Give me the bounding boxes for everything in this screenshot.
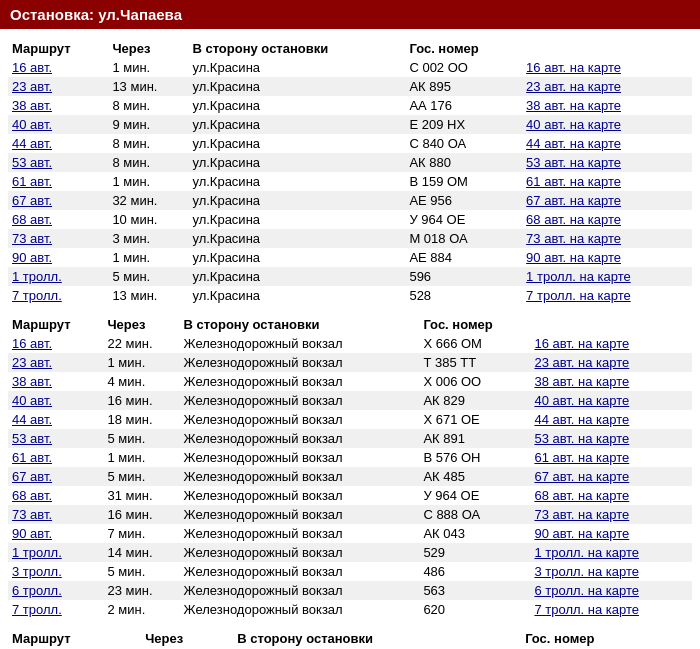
route-cell[interactable]: 90 авт. xyxy=(8,524,103,543)
map-cell[interactable]: 6 тролл. на карте xyxy=(530,581,692,600)
route-link[interactable]: 16 авт. xyxy=(12,60,52,75)
route-link[interactable]: 38 авт. xyxy=(12,374,52,389)
map-link[interactable]: 1 тролл. на карте xyxy=(534,545,639,560)
route-link[interactable]: 68 авт. xyxy=(12,488,52,503)
map-link[interactable]: 61 авт. на карте xyxy=(534,450,629,465)
route-cell[interactable]: 44 авт. xyxy=(8,410,103,429)
route-cell[interactable]: 1 тролл. xyxy=(8,267,108,286)
map-cell[interactable]: 90 авт. на карте xyxy=(530,524,692,543)
route-link[interactable]: 67 авт. xyxy=(12,469,52,484)
route-cell[interactable]: 68 авт. xyxy=(8,486,103,505)
route-cell[interactable]: 73 авт. xyxy=(8,229,108,248)
route-link[interactable]: 61 авт. xyxy=(12,174,52,189)
map-cell[interactable]: 68 авт. на карте xyxy=(530,486,692,505)
route-cell[interactable]: 38 авт. xyxy=(8,372,103,391)
map-cell[interactable]: 73 авт. на карте xyxy=(522,229,692,248)
map-cell[interactable]: 61 авт. на карте xyxy=(530,448,692,467)
route-cell[interactable]: 6 тролл. xyxy=(8,581,103,600)
map-cell[interactable]: 61 авт. на карте xyxy=(522,172,692,191)
route-link[interactable]: 23 авт. xyxy=(12,355,52,370)
map-cell[interactable]: 40 авт. на карте xyxy=(522,115,692,134)
map-link[interactable]: 23 авт. на карте xyxy=(526,79,621,94)
route-cell[interactable]: 7 тролл. xyxy=(8,286,108,305)
route-link[interactable]: 90 авт. xyxy=(12,526,52,541)
route-cell[interactable]: 40 авт. xyxy=(8,391,103,410)
route-link[interactable]: 44 авт. xyxy=(12,136,52,151)
map-cell[interactable]: 53 авт. на карте xyxy=(530,429,692,448)
map-link[interactable]: 61 авт. на карте xyxy=(526,174,621,189)
route-cell[interactable]: 16 авт. xyxy=(8,334,103,353)
map-link[interactable]: 16 авт. на карте xyxy=(526,60,621,75)
route-cell[interactable]: 3 тролл. xyxy=(8,562,103,581)
route-cell[interactable]: 7 тролл. xyxy=(8,600,103,619)
route-link[interactable]: 40 авт. xyxy=(12,117,52,132)
route-cell[interactable]: 73 авт. xyxy=(8,505,103,524)
map-link[interactable]: 16 авт. на карте xyxy=(534,336,629,351)
route-link[interactable]: 7 тролл. xyxy=(12,288,62,303)
map-cell[interactable]: 3 тролл. на карте xyxy=(530,562,692,581)
map-link[interactable]: 73 авт. на карте xyxy=(534,507,629,522)
map-link[interactable]: 53 авт. на карте xyxy=(526,155,621,170)
map-link[interactable]: 67 авт. на карте xyxy=(526,193,621,208)
route-link[interactable]: 61 авт. xyxy=(12,450,52,465)
map-link[interactable]: 38 авт. на карте xyxy=(534,374,629,389)
route-link[interactable]: 23 авт. xyxy=(12,79,52,94)
map-cell[interactable]: 38 авт. на карте xyxy=(522,96,692,115)
route-link[interactable]: 73 авт. xyxy=(12,231,52,246)
map-cell[interactable]: 53 авт. на карте xyxy=(522,153,692,172)
map-cell[interactable]: 7 тролл. на карте xyxy=(522,286,692,305)
map-cell[interactable]: 16 авт. на карте xyxy=(530,334,692,353)
route-link[interactable]: 68 авт. xyxy=(12,212,52,227)
map-cell[interactable]: 16 авт. на карте xyxy=(522,58,692,77)
map-link[interactable]: 23 авт. на карте xyxy=(534,355,629,370)
route-link[interactable]: 67 авт. xyxy=(12,193,52,208)
map-link[interactable]: 90 авт. на карте xyxy=(534,526,629,541)
route-cell[interactable]: 68 авт. xyxy=(8,210,108,229)
route-cell[interactable]: 40 авт. xyxy=(8,115,108,134)
map-link[interactable]: 7 тролл. на карте xyxy=(534,602,639,617)
route-link[interactable]: 16 авт. xyxy=(12,336,52,351)
route-link[interactable]: 73 авт. xyxy=(12,507,52,522)
route-link[interactable]: 44 авт. xyxy=(12,412,52,427)
map-cell[interactable]: 44 авт. на карте xyxy=(522,134,692,153)
route-link[interactable]: 38 авт. xyxy=(12,98,52,113)
route-cell[interactable]: 53 авт. xyxy=(8,429,103,448)
route-link[interactable]: 7 тролл. xyxy=(12,602,62,617)
route-cell[interactable]: 53 авт. xyxy=(8,153,108,172)
map-link[interactable]: 38 авт. на карте xyxy=(526,98,621,113)
route-cell[interactable]: 1 тролл. xyxy=(8,543,103,562)
route-cell[interactable]: 61 авт. xyxy=(8,172,108,191)
map-cell[interactable]: 73 авт. на карте xyxy=(530,505,692,524)
route-link[interactable]: 40 авт. xyxy=(12,393,52,408)
map-cell[interactable]: 90 авт. на карте xyxy=(522,248,692,267)
route-link[interactable]: 53 авт. xyxy=(12,155,52,170)
route-cell[interactable]: 44 авт. xyxy=(8,134,108,153)
route-cell[interactable]: 90 авт. xyxy=(8,248,108,267)
map-link[interactable]: 44 авт. на карте xyxy=(526,136,621,151)
route-link[interactable]: 1 тролл. xyxy=(12,545,62,560)
map-cell[interactable]: 1 тролл. на карте xyxy=(530,543,692,562)
map-link[interactable]: 90 авт. на карте xyxy=(526,250,621,265)
map-link[interactable]: 3 тролл. на карте xyxy=(534,564,639,579)
route-cell[interactable]: 61 авт. xyxy=(8,448,103,467)
map-cell[interactable]: 23 авт. на карте xyxy=(522,77,692,96)
map-link[interactable]: 40 авт. на карте xyxy=(526,117,621,132)
route-cell[interactable]: 16 авт. xyxy=(8,58,108,77)
route-link[interactable]: 3 тролл. xyxy=(12,564,62,579)
map-cell[interactable]: 67 авт. на карте xyxy=(522,191,692,210)
map-link[interactable]: 73 авт. на карте xyxy=(526,231,621,246)
map-link[interactable]: 44 авт. на карте xyxy=(534,412,629,427)
route-link[interactable]: 90 авт. xyxy=(12,250,52,265)
map-cell[interactable]: 40 авт. на карте xyxy=(530,391,692,410)
map-cell[interactable]: 68 авт. на карте xyxy=(522,210,692,229)
map-cell[interactable]: 1 тролл. на карте xyxy=(522,267,692,286)
route-cell[interactable]: 67 авт. xyxy=(8,467,103,486)
route-cell[interactable]: 67 авт. xyxy=(8,191,108,210)
map-link[interactable]: 6 тролл. на карте xyxy=(534,583,639,598)
route-cell[interactable]: 23 авт. xyxy=(8,353,103,372)
map-link[interactable]: 40 авт. на карте xyxy=(534,393,629,408)
map-cell[interactable]: 7 тролл. на карте xyxy=(530,600,692,619)
map-cell[interactable]: 38 авт. на карте xyxy=(530,372,692,391)
map-link[interactable]: 53 авт. на карте xyxy=(534,431,629,446)
map-link[interactable]: 68 авт. на карте xyxy=(526,212,621,227)
